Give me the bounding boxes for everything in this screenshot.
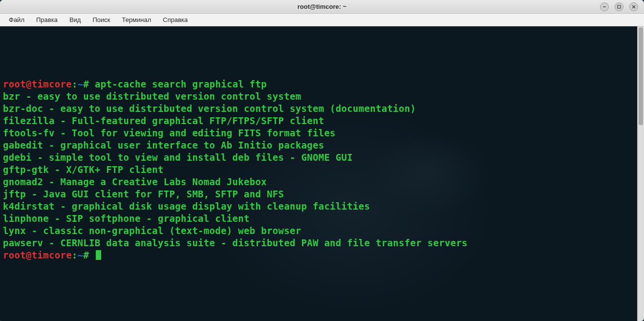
menu-help[interactable]: Справка [158, 15, 193, 25]
prompt-host: timcore [32, 79, 72, 89]
vertical-scrollbar[interactable] [637, 26, 644, 321]
output-line: pawserv - CERNLIB data analysis suite - … [3, 237, 468, 248]
minimize-button[interactable] [600, 2, 609, 11]
svg-rect-1 [618, 5, 621, 8]
terminal-window: root@timcore: ~ Файл Правка Вид Поиск Те… [0, 0, 644, 321]
output-line: bzr - easy to use distributed version co… [3, 91, 301, 102]
prompt-user: root [3, 250, 26, 260]
output-line: k4dirstat - graphical disk usage display… [3, 201, 370, 212]
close-icon [631, 4, 636, 9]
prompt-path: ~ [78, 79, 84, 89]
prompt-at: @ [26, 250, 32, 260]
maximize-button[interactable] [615, 2, 623, 11]
terminal-area-wrap: root@timcore:~# apt-cache search graphic… [0, 26, 644, 321]
titlebar[interactable]: root@timcore: ~ [0, 0, 644, 14]
output-line: bzr-doc - easy to use distributed versio… [3, 103, 416, 114]
output-line: linphone - SIP softphone - graphical cli… [3, 213, 250, 224]
scrollbar-thumb[interactable] [639, 27, 643, 125]
output-line: gnomad2 - Manage a Creative Labs Nomad J… [3, 176, 267, 187]
output-line: gftp-gtk - X/GTK+ FTP client [3, 164, 164, 175]
prompt-host: timcore [32, 250, 72, 260]
prompt-colon: : [72, 250, 78, 260]
output-line: jftp - Java GUI client for FTP, SMB, SFT… [3, 189, 284, 199]
prompt-symbol: # [83, 250, 89, 260]
terminal-content: root@timcore:~# apt-cache search graphic… [3, 66, 634, 274]
window-title: root@timcore: ~ [0, 3, 644, 10]
terminal-area[interactable]: root@timcore:~# apt-cache search graphic… [0, 26, 637, 321]
menu-file[interactable]: Файл [4, 15, 29, 25]
output-line: gdebi - simple tool to view and install … [3, 152, 353, 163]
close-button[interactable] [629, 2, 638, 11]
prompt-colon: : [72, 79, 78, 89]
prompt-at: @ [26, 79, 32, 89]
menubar: Файл Правка Вид Поиск Терминал Справка [0, 14, 644, 26]
maximize-icon [617, 4, 622, 9]
prompt-user: root [3, 79, 26, 89]
menu-view[interactable]: Вид [64, 15, 86, 25]
output-line: ftools-fv - Tool for viewing and editing… [3, 128, 336, 138]
minimize-icon [602, 4, 607, 9]
text-cursor [96, 250, 101, 260]
prompt-symbol: # [83, 79, 89, 89]
output-line: gabedit - graphical user interface to Ab… [3, 140, 324, 150]
output-line: filezilla - Full-featured graphical FTP/… [3, 115, 324, 126]
menu-search[interactable]: Поиск [87, 15, 115, 25]
window-controls [600, 2, 644, 11]
output-line: lynx - classic non-graphical (text-mode)… [3, 225, 301, 236]
menu-edit[interactable]: Правка [31, 15, 63, 25]
command-text: apt-cache search graphical ftp [95, 79, 267, 89]
menu-terminal[interactable]: Терминал [117, 15, 156, 25]
prompt-path: ~ [78, 250, 84, 260]
